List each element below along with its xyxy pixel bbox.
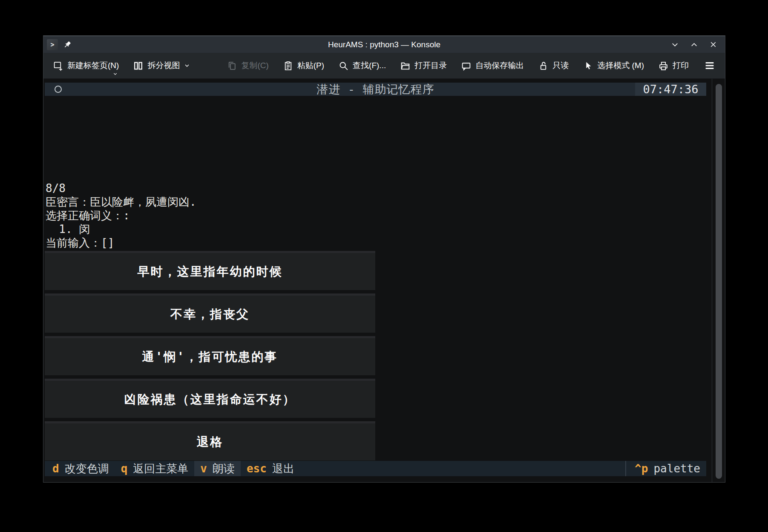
copy-label: 复制(C) <box>241 60 268 71</box>
shortcut-key: v <box>200 462 207 475</box>
option-button-1[interactable]: 早时，这里指年幼的时候 <box>45 251 375 290</box>
cursor-icon <box>583 60 593 71</box>
toolbar: 新建标签页(N) 拆分视图 <box>43 53 725 79</box>
select-mode-label: 选择模式 (M) <box>597 60 644 71</box>
scrollbar-track <box>712 79 712 482</box>
shortcut-key: ^p <box>635 462 648 475</box>
hamburger-icon <box>704 60 716 72</box>
window-controls <box>670 36 718 53</box>
open-directory-label: 打开目录 <box>414 60 447 71</box>
chevron-down-icon[interactable] <box>184 62 190 69</box>
print-label: 打印 <box>673 60 689 71</box>
copy-icon <box>227 60 237 71</box>
select-mode-button[interactable]: 选择模式 (M) <box>583 60 644 71</box>
menu-button[interactable] <box>704 60 716 72</box>
paste-button[interactable]: 粘贴(P) <box>283 60 324 71</box>
output-bubble-icon <box>461 60 472 71</box>
folder-icon <box>400 60 411 71</box>
shortcut-label: palette <box>653 462 700 475</box>
shortcut-key: q <box>121 462 128 475</box>
quiz-text: 8/8 臣密言：臣以险衅，夙遭闵凶. 选择正确词义：: 1. 闵 当前输入：[] <box>46 181 196 250</box>
app-title: 潜进 - 辅助记忆程序 <box>45 83 706 96</box>
terminal-viewport[interactable]: 潜进 - 辅助记忆程序 07:47:36 8/8 臣密言：臣以险衅，夙遭闵凶. … <box>43 79 725 482</box>
shortcut-key: esc <box>247 462 267 475</box>
chevron-down-icon[interactable] <box>112 71 118 77</box>
terminal-tab-icon[interactable]: > <box>47 39 58 50</box>
split-view-label: 拆分视图 <box>147 60 180 71</box>
option-button-3[interactable]: 通'悯'，指可忧患的事 <box>45 336 375 375</box>
answer-options: 早时，这里指年幼的时候 不幸，指丧父 通'悯'，指可忧患的事 凶险祸患（这里指命… <box>45 251 375 460</box>
scrollbar-thumb[interactable] <box>716 84 722 479</box>
shortcut-change-theme[interactable]: d 改变色调 <box>46 461 115 476</box>
new-tab-icon <box>53 60 63 71</box>
print-button[interactable]: 打印 <box>658 60 689 71</box>
new-tab-button[interactable]: 新建标签页(N) <box>53 60 119 71</box>
shortcut-label: 朗读 <box>213 461 235 476</box>
shortcut-label: 退出 <box>272 461 294 476</box>
option-button-2[interactable]: 不幸，指丧父 <box>45 293 375 333</box>
tui-header-bar: 潜进 - 辅助记忆程序 07:47:36 <box>45 83 706 96</box>
footer-right: ^p palette <box>625 461 706 476</box>
maximize-button[interactable] <box>689 40 699 49</box>
read-only-label: 只读 <box>552 60 569 71</box>
minimize-button[interactable] <box>670 40 680 49</box>
backspace-button[interactable]: 退格 <box>45 421 375 460</box>
window-title: HeurAMS : python3 — Konsole <box>43 40 725 49</box>
titlebar-left: > <box>47 36 72 53</box>
paste-label: 粘贴(P) <box>297 60 324 71</box>
search-icon <box>338 60 349 71</box>
shortcut-key: d <box>52 462 59 475</box>
close-button[interactable] <box>708 40 718 49</box>
new-tab-label: 新建标签页(N) <box>67 60 119 71</box>
find-label: 查找(F)... <box>353 60 386 71</box>
option-button-4[interactable]: 凶险祸患（这里指命运不好） <box>45 379 375 418</box>
shortcut-footer: d 改变色调 q 返回主菜单 v 朗读 esc 退出 ^p palette <box>45 461 706 476</box>
shortcut-label: 改变色调 <box>65 461 109 476</box>
read-only-button[interactable]: 只读 <box>538 60 569 71</box>
shortcut-read-aloud[interactable]: v 朗读 <box>194 461 241 476</box>
open-directory-button[interactable]: 打开目录 <box>400 60 447 71</box>
clock: 07:47:36 <box>635 83 706 96</box>
palette-shortcut[interactable]: ^p palette <box>626 461 706 476</box>
copy-button[interactable]: 复制(C) <box>227 60 268 71</box>
titlebar: > HeurAMS : python3 — Konsole <box>43 36 725 53</box>
shortcut-exit[interactable]: esc 退出 <box>241 461 300 476</box>
paste-icon <box>283 60 293 71</box>
shortcut-label: 返回主菜单 <box>133 461 188 476</box>
konsole-window: > HeurAMS : python3 — Konsole <box>43 35 725 483</box>
split-view-icon <box>133 60 144 71</box>
find-button[interactable]: 查找(F)... <box>338 60 386 71</box>
shortcut-main-menu[interactable]: q 返回主菜单 <box>115 461 195 476</box>
unlock-icon <box>538 60 549 71</box>
printer-icon <box>658 60 669 71</box>
pin-icon[interactable] <box>63 40 72 49</box>
autosave-output-button[interactable]: 自动保存输出 <box>461 60 524 71</box>
split-view-button[interactable]: 拆分视图 <box>133 60 190 71</box>
autosave-output-label: 自动保存输出 <box>475 60 524 71</box>
